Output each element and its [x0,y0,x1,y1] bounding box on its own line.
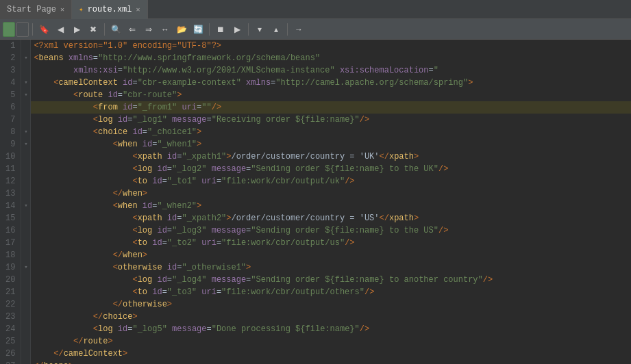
toolbar-btn-1[interactable]: 🔖 [36,22,51,37]
route-xml-icon: ✦ [79,5,84,14]
fold-icon-21 [21,286,30,298]
toolbar-sep-5 [287,23,288,36]
line-number-17: 17 [5,237,15,249]
line-number-9: 9 [5,138,15,151]
fold-icon-14[interactable]: ▾ [21,200,30,212]
code-line-5[interactable]: <route id="cbr-route"> [31,89,631,101]
toolbar-btn-8[interactable]: ↔ [158,22,173,37]
toolbar-sep-4 [248,23,249,36]
line-number-8: 8 [5,126,15,138]
line-number-1: 1 [5,40,15,52]
toolbar-btn-5[interactable]: 🔍 [108,22,123,37]
code-area[interactable]: <?xml version="1.0" encoding="UTF-8"?><b… [31,40,631,364]
fold-icon-11 [21,163,30,175]
fold-icon-17 [21,237,30,249]
toolbar-sep-3 [209,23,210,36]
code-line-10[interactable]: <xpath id="_xpath1">/order/customer/coun… [31,151,631,163]
line-number-6: 6 [5,101,15,114]
code-line-13[interactable]: </when> [31,187,631,200]
code-line-26[interactable]: </camelContext> [31,348,631,360]
fold-icon-26 [21,348,30,360]
fold-icon-13 [21,187,30,200]
toolbar-btn-12[interactable]: ▶ [230,22,245,37]
fold-icon-15 [21,212,30,224]
fold-icon-22 [21,298,30,311]
fold-icon-5[interactable]: ▾ [21,89,30,101]
code-line-21[interactable]: <to id="_to3" uri="file:work/cbr/output/… [31,286,631,298]
code-line-15[interactable]: <xpath id="_xpath2">/order/customer/coun… [31,212,631,224]
line-number-22: 22 [5,298,15,311]
source-button[interactable] [3,22,15,37]
line-number-2: 2 [5,52,15,64]
tab-route-xml-label: route.xml [88,5,132,14]
tab-route-xml[interactable]: ✦ route.xml ✕ [72,0,147,19]
line-number-13: 13 [5,187,15,200]
editor-area: 1234567891011121314151617181920212223242… [0,40,631,364]
code-line-16[interactable]: <log id="_log3" message="Sending order $… [31,224,631,237]
code-line-23[interactable]: </choice> [31,311,631,323]
fold-icon-8[interactable]: ▾ [21,126,30,138]
tab-route-xml-close[interactable]: ✕ [136,5,140,14]
fold-icon-9[interactable]: ▾ [21,138,30,151]
code-line-12[interactable]: <to id="_to1" uri="file:work/cbr/output/… [31,175,631,187]
line-number-10: 10 [5,151,15,163]
code-line-3[interactable]: xmlns:xsi="http://www.w3.org/2001/XMLSch… [31,64,631,77]
toolbar-btn-13[interactable]: ▾ [252,22,267,37]
tab-start-page-label: Start Page [7,5,56,14]
line-number-18: 18 [5,249,15,261]
line-number-3: 3 [5,64,15,77]
code-line-9[interactable]: <when id="_when1"> [31,138,631,151]
fold-icon-1 [21,40,30,52]
toolbar-btn-9[interactable]: 📂 [174,22,189,37]
toolbar-btn-11[interactable]: ⏹ [213,22,228,37]
tab-start-page[interactable]: Start Page ✕ [0,0,72,19]
fold-icon-24 [21,323,30,335]
code-line-1[interactable]: <?xml version="1.0" encoding="UTF-8"?> [31,40,631,52]
line-number-24: 24 [5,323,15,335]
fold-icon-23 [21,311,30,323]
code-line-17[interactable]: <to id="_to2" uri="file:work/cbr/output/… [31,237,631,249]
fold-icon-18 [21,249,30,261]
code-line-4[interactable]: <camelContext id="cbr-example-context" x… [31,77,631,89]
fold-icon-2[interactable]: ▾ [21,52,30,64]
code-line-20[interactable]: <log id="_log4" message="Sending order $… [31,274,631,286]
history-button[interactable] [16,22,29,37]
code-line-2[interactable]: <beans xmlns="http://www.springframework… [31,52,631,64]
code-line-8[interactable]: <choice id="_choice1"> [31,126,631,138]
fold-icon-6 [21,101,30,114]
line-number-20: 20 [5,274,15,286]
code-line-25[interactable]: </route> [31,335,631,348]
code-line-18[interactable]: </when> [31,249,631,261]
code-line-7[interactable]: <log id="_log1" message="Receiving order… [31,114,631,126]
code-line-11[interactable]: <log id="_log2" message="Sending order $… [31,163,631,175]
fold-icon-3 [21,64,30,77]
line-number-23: 23 [5,311,15,323]
tab-start-page-close[interactable]: ✕ [60,5,64,14]
fold-icon-10 [21,151,30,163]
code-line-14[interactable]: <when id="_when2"> [31,200,631,212]
toolbar-btn-4[interactable]: ✖ [86,22,101,37]
code-line-6[interactable]: <from id="_from1" uri=""/> [31,101,631,114]
fold-icon-7 [21,114,30,126]
toolbar-sep-1 [32,23,33,36]
fold-icon-16 [21,224,30,237]
fold-gutter: ▾▾▾▾▾▾▾ [21,40,31,364]
code-line-19[interactable]: <otherwise id="_otherwise1"> [31,261,631,274]
fold-icon-19[interactable]: ▾ [21,261,30,274]
code-line-27[interactable]: </beans> [31,360,631,364]
line-number-14: 14 [5,200,15,212]
toolbar-btn-2[interactable]: ◀ [53,22,68,37]
toolbar-btn-15[interactable]: → [291,22,306,37]
code-line-22[interactable]: </otherwise> [31,298,631,311]
code-line-24[interactable]: <log id="_log5" message="Done processing… [31,323,631,335]
toolbar-btn-6[interactable]: ⇐ [125,22,140,37]
toolbar-btn-14[interactable]: ▴ [269,22,284,37]
line-numbers: 1234567891011121314151617181920212223242… [0,40,21,364]
toolbar-sep-2 [104,23,105,36]
fold-icon-25 [21,335,30,348]
fold-icon-4[interactable]: ▾ [21,77,30,89]
toolbar-btn-3[interactable]: ▶ [69,22,84,37]
toolbar-btn-10[interactable]: 🔄 [190,22,206,37]
toolbar-btn-7[interactable]: ⇒ [141,22,156,37]
line-number-16: 16 [5,224,15,237]
